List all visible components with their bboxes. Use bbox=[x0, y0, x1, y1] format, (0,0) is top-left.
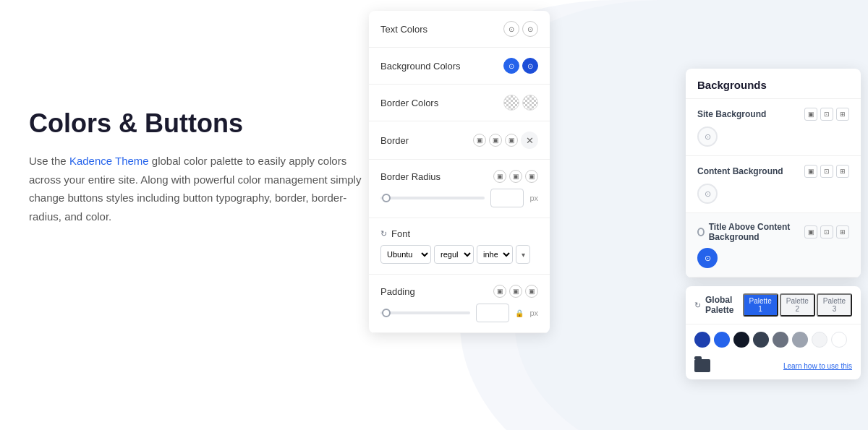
palette-tabs: Palette 1 Palette 2 Palette 3 bbox=[743, 293, 852, 317]
bg-colors-icon-2[interactable]: ⊙ bbox=[522, 58, 538, 74]
palette-tab-2[interactable]: Palette 2 bbox=[780, 293, 815, 317]
title-above-background-title: Title Above Content Background bbox=[709, 222, 804, 242]
palette-bottom: Learn how to use this bbox=[686, 355, 861, 379]
settings-panel: Text Colors ⊙ ⊙ Background Colors ⊙ ⊙ Bo… bbox=[369, 11, 550, 333]
text-colors-label: Text Colors bbox=[380, 24, 427, 35]
bg-colors-icon-1[interactable]: ⊙ bbox=[503, 58, 519, 74]
font-row: ↻ Font Ubuntu regular inherit ▾ bbox=[369, 218, 550, 275]
palette-learn-link[interactable]: Learn how to use this bbox=[783, 362, 852, 370]
padding-icon-3[interactable]: ▣ bbox=[525, 285, 538, 298]
backgrounds-panel: Backgrounds Site Background ▣ ⊡ ⊞ ⊙ Cont… bbox=[686, 69, 861, 278]
border-colors-row: Border Colors bbox=[369, 85, 550, 121]
swatch-4[interactable] bbox=[753, 332, 769, 348]
global-palette-panel: ↻ Global Palette Palette 1 Palette 2 Pal… bbox=[686, 286, 861, 379]
border-radius-row: Border Radius ▣ ▣ ▣ px bbox=[369, 160, 550, 218]
swatch-8[interactable] bbox=[831, 332, 847, 348]
font-label: Font bbox=[391, 228, 410, 239]
border-radius-unit: px bbox=[529, 194, 538, 202]
site-background-header: Site Background ▣ ⊡ ⊞ bbox=[697, 108, 849, 121]
swatch-7[interactable] bbox=[812, 332, 827, 348]
text-colors-icon-1[interactable]: ⊙ bbox=[503, 21, 519, 37]
palette-title: Global Palette bbox=[705, 295, 743, 315]
title-above-bg-icon-2[interactable]: ⊡ bbox=[820, 225, 833, 238]
border-colors-label: Border Colors bbox=[380, 98, 438, 108]
palette-title-row: ↻ Global Palette bbox=[694, 295, 743, 315]
border-radius-input[interactable] bbox=[490, 189, 524, 207]
border-colors-icon-1[interactable] bbox=[503, 95, 519, 111]
border-colors-icons bbox=[503, 95, 538, 111]
panels-container: Text Colors ⊙ ⊙ Background Colors ⊙ ⊙ Bo… bbox=[369, 7, 861, 423]
font-row-top: ↻ Font bbox=[380, 228, 410, 239]
text-colors-row: Text Colors ⊙ ⊙ bbox=[369, 11, 550, 48]
font-size-select[interactable]: inherit bbox=[477, 245, 513, 264]
content-background-color-button[interactable]: ⊙ bbox=[697, 184, 718, 204]
padding-slider[interactable] bbox=[380, 311, 470, 314]
swatch-1[interactable] bbox=[694, 332, 710, 348]
border-radius-slider-row: px bbox=[380, 189, 538, 207]
background-colors-label: Background Colors bbox=[380, 61, 461, 72]
border-icon-1[interactable]: ▣ bbox=[473, 134, 486, 147]
content-bg-icon-3[interactable]: ⊞ bbox=[836, 165, 849, 178]
radius-icon-3[interactable]: ▣ bbox=[525, 170, 538, 183]
content-bg-icon-1[interactable]: ▣ bbox=[804, 165, 817, 178]
padding-unit: px bbox=[529, 309, 538, 317]
site-bg-icon-3[interactable]: ⊞ bbox=[836, 108, 849, 121]
palette-sync-icon: ↻ bbox=[694, 301, 701, 310]
swatch-3[interactable] bbox=[733, 332, 749, 348]
palette-tab-3[interactable]: Palette 3 bbox=[817, 293, 852, 317]
title-above-radio-dot[interactable] bbox=[697, 228, 705, 236]
font-dropdown-arrow[interactable]: ▾ bbox=[516, 245, 530, 264]
text-colors-icon-2[interactable]: ⊙ bbox=[522, 21, 538, 37]
site-background-icons: ▣ ⊡ ⊞ bbox=[804, 108, 849, 121]
font-weight-select[interactable]: regular bbox=[434, 245, 474, 264]
palette-tab-1[interactable]: Palette 1 bbox=[743, 293, 778, 317]
padding-input[interactable] bbox=[476, 304, 509, 322]
swatch-5[interactable] bbox=[773, 332, 788, 348]
title-above-background-icons: ▣ ⊡ ⊞ bbox=[804, 225, 849, 238]
padding-icon-2[interactable]: ▣ bbox=[509, 285, 522, 298]
main-description: Use the Kadence Theme global color palet… bbox=[29, 152, 376, 225]
border-radius-slider[interactable] bbox=[380, 197, 485, 199]
border-icon-2[interactable]: ▣ bbox=[489, 134, 502, 147]
swatch-6[interactable] bbox=[792, 332, 808, 348]
padding-slider-row: 🔒 px bbox=[380, 304, 538, 322]
border-radius-row-top: Border Radius ▣ ▣ ▣ bbox=[380, 170, 538, 183]
site-bg-icon-2[interactable]: ⊡ bbox=[820, 108, 833, 121]
border-row: Border ▣ ▣ ▣ ✕ bbox=[369, 121, 550, 160]
title-above-bg-icon-1[interactable]: ▣ bbox=[804, 225, 817, 238]
font-sync-icon: ↻ bbox=[380, 229, 387, 238]
border-colors-icon-2[interactable] bbox=[522, 95, 538, 111]
brand-name: Kadence Theme bbox=[69, 155, 149, 167]
radius-icon-2[interactable]: ▣ bbox=[509, 170, 522, 183]
font-selects: Ubuntu regular inherit ▾ bbox=[380, 245, 530, 264]
padding-icon-1[interactable]: ▣ bbox=[493, 285, 506, 298]
font-family-select[interactable]: Ubuntu bbox=[380, 245, 431, 264]
left-section: Colors & Buttons Use the Kadence Theme g… bbox=[29, 108, 376, 225]
border-row-top: Border ▣ ▣ ▣ ✕ bbox=[380, 132, 538, 149]
background-colors-icons: ⊙ ⊙ bbox=[503, 58, 538, 74]
palette-folder-icon[interactable] bbox=[694, 359, 710, 372]
border-close-button[interactable]: ✕ bbox=[521, 132, 538, 149]
content-bg-icon-2[interactable]: ⊡ bbox=[820, 165, 833, 178]
title-above-background-header: Title Above Content Background ▣ ⊡ ⊞ bbox=[697, 222, 849, 242]
text-colors-icons: ⊙ ⊙ bbox=[503, 21, 538, 37]
padding-slider-thumb bbox=[382, 309, 391, 317]
site-background-color-button[interactable]: ⊙ bbox=[697, 126, 718, 147]
title-above-background-color-button[interactable]: ⊙ bbox=[697, 248, 718, 268]
backgrounds-panel-header: Backgrounds bbox=[686, 69, 861, 99]
slider-thumb bbox=[382, 194, 391, 202]
lock-icon: 🔒 bbox=[515, 309, 524, 317]
border-icon-3[interactable]: ▣ bbox=[505, 134, 518, 147]
border-radius-label: Border Radius bbox=[380, 171, 441, 182]
background-colors-row: Background Colors ⊙ ⊙ bbox=[369, 48, 550, 85]
main-title: Colors & Buttons bbox=[29, 108, 376, 139]
site-bg-icon-1[interactable]: ▣ bbox=[804, 108, 817, 121]
palette-colors bbox=[686, 324, 861, 355]
content-background-section: Content Background ▣ ⊡ ⊞ ⊙ bbox=[686, 156, 861, 213]
content-background-title: Content Background bbox=[697, 166, 783, 176]
title-above-bg-icon-3[interactable]: ⊞ bbox=[836, 225, 849, 238]
site-background-title: Site Background bbox=[697, 109, 766, 119]
radius-icon-1[interactable]: ▣ bbox=[493, 170, 506, 183]
swatch-2[interactable] bbox=[714, 332, 730, 348]
border-label: Border bbox=[380, 135, 409, 146]
